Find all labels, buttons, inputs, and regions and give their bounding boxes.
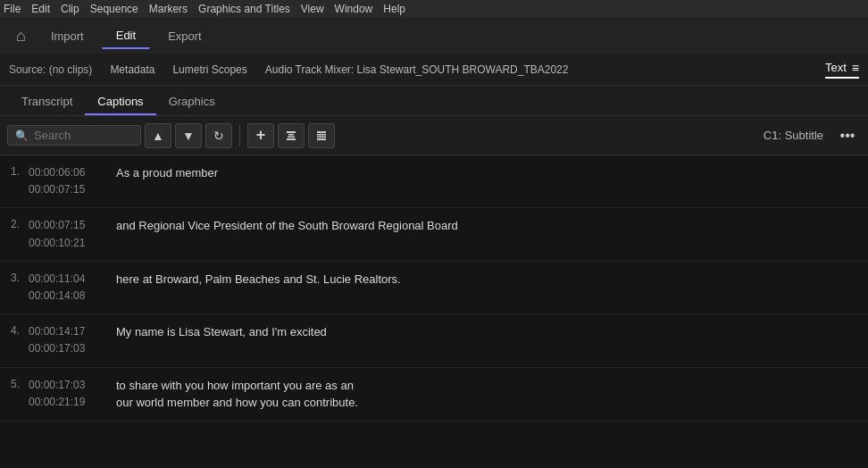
nav-bar: ⌂ Import Edit Export (0, 18, 868, 54)
tab-graphics[interactable]: Graphics (156, 89, 228, 115)
caption-text[interactable]: and Regional Vice President of the South… (109, 217, 857, 235)
lumetri-scopes-tab[interactable]: Lumetri Scopes (172, 60, 246, 79)
caption-row[interactable]: 5.00:00:17:0300:00:21:19to share with yo… (0, 368, 868, 422)
menu-bar: File Edit Clip Sequence Markers Graphics… (0, 0, 868, 18)
up-button[interactable]: ▲ (145, 123, 171, 148)
tabs-bar: Transcript Captions Graphics (0, 86, 868, 116)
home-button[interactable]: ⌂ (9, 23, 33, 49)
audio-track-mixer-tab[interactable]: Audio Track Mixer: Lisa Stewart_SOUTH BR… (265, 60, 569, 79)
nav-import[interactable]: Import (37, 24, 98, 48)
menu-edit[interactable]: Edit (31, 3, 50, 15)
search-input[interactable] (34, 129, 133, 142)
caption-timecode: 00:00:17:0300:00:21:19 (29, 377, 109, 411)
text-menu-icon: ≡ (852, 61, 859, 75)
caption-number: 4. (11, 323, 29, 337)
menu-graphics-titles[interactable]: Graphics and Titles (198, 3, 290, 15)
toolbar: 🔍 ▲ ▼ ↻ + C1: Subtitle ••• (0, 116, 868, 155)
caption-number: 5. (11, 377, 29, 390)
nav-edit[interactable]: Edit (102, 23, 150, 49)
caption-number: 1. (11, 164, 29, 178)
menu-file[interactable]: File (4, 3, 21, 15)
menu-markers[interactable]: Markers (149, 3, 188, 15)
caption-timecode: 00:00:07:1500:00:10:21 (29, 217, 109, 251)
menu-sequence[interactable]: Sequence (90, 3, 138, 15)
svg-rect-3 (287, 138, 296, 140)
more-options-button[interactable]: ••• (834, 123, 861, 148)
caption-number: 2. (11, 217, 29, 230)
add-button[interactable]: + (247, 123, 274, 148)
caption-row[interactable]: 1.00:00:06:0600:00:07:15As a proud membe… (0, 155, 868, 208)
svg-rect-0 (287, 131, 296, 133)
nav-export[interactable]: Export (154, 24, 216, 48)
text-tab-label: Text (825, 61, 847, 74)
search-icon: 🔍 (15, 130, 29, 142)
refresh-button[interactable]: ↻ (205, 123, 232, 148)
caption-text[interactable]: to share with you how important you are … (109, 377, 857, 412)
svg-rect-2 (288, 136, 295, 138)
align-up-button[interactable] (278, 123, 305, 148)
metadata-tab[interactable]: Metadata (110, 60, 154, 79)
menu-view[interactable]: View (301, 3, 324, 15)
down-button[interactable]: ▼ (175, 123, 202, 148)
track-label: C1: Subtitle (764, 129, 823, 142)
source-label: Source: (no clips) (9, 63, 92, 76)
menu-help[interactable]: Help (383, 3, 405, 15)
caption-row[interactable]: 4.00:00:14:1700:00:17:03My name is Lisa … (0, 314, 868, 367)
caption-timecode: 00:00:14:1700:00:17:03 (29, 323, 109, 357)
caption-text[interactable]: My name is Lisa Stewart, and I'm excited (109, 323, 857, 341)
caption-number: 3. (11, 271, 29, 284)
search-box: 🔍 (7, 125, 141, 146)
source-bar: Source: (no clips) Metadata Lumetri Scop… (0, 54, 868, 86)
tab-transcript[interactable]: Transcript (9, 89, 85, 115)
toolbar-separator (239, 125, 240, 146)
menu-clip[interactable]: Clip (61, 3, 79, 15)
caption-timecode: 00:00:06:0600:00:07:15 (29, 164, 109, 198)
caption-timecode: 00:00:11:0400:00:14:08 (29, 271, 109, 305)
tab-captions[interactable]: Captions (85, 89, 155, 115)
align-both-button[interactable] (308, 123, 335, 148)
caption-text[interactable]: As a proud member (109, 164, 857, 182)
menu-window[interactable]: Window (335, 3, 373, 15)
caption-row[interactable]: 3.00:00:11:0400:00:14:08here at Broward,… (0, 262, 868, 314)
caption-row[interactable]: 2.00:00:07:1500:00:10:21and Regional Vic… (0, 208, 868, 261)
svg-rect-1 (288, 134, 294, 136)
caption-list: 1.00:00:06:0600:00:07:15As a proud membe… (0, 155, 868, 468)
caption-text[interactable]: here at Broward, Palm Beaches and St. Lu… (109, 271, 857, 288)
text-tab[interactable]: Text ≡ (825, 61, 859, 79)
